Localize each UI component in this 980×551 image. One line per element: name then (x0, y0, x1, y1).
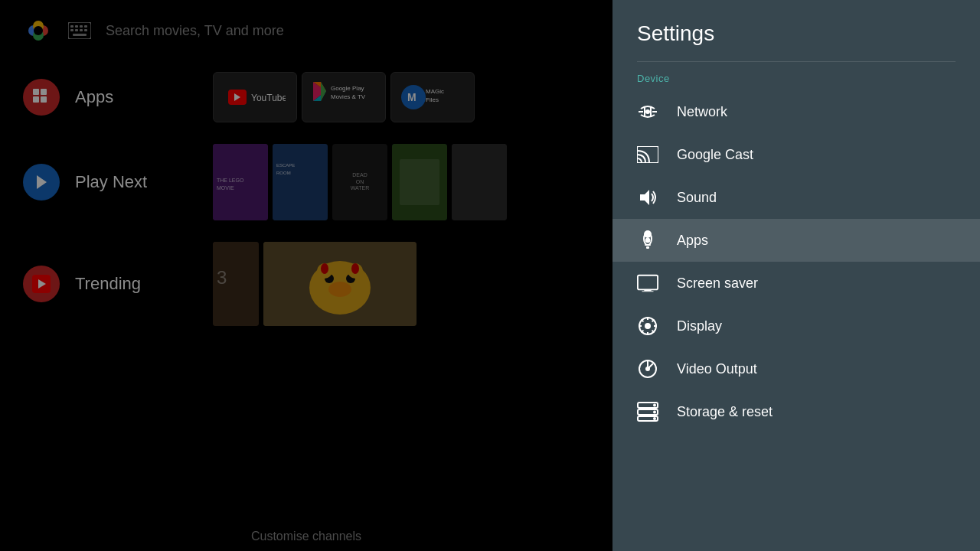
svg-marker-57 (640, 190, 649, 205)
svg-text:MOVIE: MOVIE (217, 185, 234, 191)
svg-text:ESCAPE: ESCAPE (276, 163, 295, 168)
apps-settings-label: Apps (677, 233, 708, 249)
screen-saver-icon (637, 272, 658, 294)
settings-item-google-cast[interactable]: Google Cast (612, 133, 980, 176)
svg-point-50 (328, 282, 351, 297)
settings-item-storage-reset[interactable]: Storage & reset (612, 390, 980, 433)
settings-item-display[interactable]: Display (612, 305, 980, 347)
apps-section-label: Apps (75, 87, 198, 107)
settings-item-apps[interactable]: Apps (612, 219, 980, 262)
svg-rect-65 (644, 289, 651, 291)
video-output-label: Video Output (677, 361, 757, 377)
svg-rect-6 (70, 25, 74, 28)
apps-section-icon[interactable] (23, 79, 60, 116)
svg-rect-9 (84, 25, 87, 28)
cast-icon (637, 144, 658, 165)
storage-reset-label: Storage & reset (677, 404, 773, 420)
svg-point-80 (653, 404, 656, 407)
sound-label: Sound (677, 190, 717, 206)
svg-text:YouTube: YouTube (251, 93, 286, 103)
settings-title: Settings (637, 21, 956, 46)
google-assistant-icon[interactable] (23, 15, 54, 46)
network-icon (637, 101, 658, 122)
search-placeholder: Search movies, TV and more (106, 23, 590, 39)
customise-channels-button[interactable]: Customise channels (251, 530, 361, 543)
svg-text:THE LEGO: THE LEGO (217, 178, 244, 183)
video-output-icon (637, 358, 658, 380)
apps-tiles-container: YouTube Google Play Movies & TV M (213, 72, 475, 122)
play-next-section-label: Play Next (75, 172, 198, 192)
svg-rect-17 (33, 96, 39, 103)
svg-point-54 (351, 263, 359, 274)
apps-section: Apps YouTube Google Play Movies & TV (0, 61, 612, 133)
settings-panel: Settings Device Network (612, 0, 980, 551)
svg-point-4 (34, 26, 43, 35)
settings-item-sound[interactable]: Sound (612, 176, 980, 219)
svg-point-55 (645, 109, 650, 114)
svg-rect-8 (80, 25, 83, 28)
trending-tile-small[interactable]: 3 (213, 242, 259, 326)
movie-tile-2[interactable]: ESCAPE ROOM (273, 144, 328, 220)
network-label: Network (677, 104, 727, 120)
settings-item-video-output[interactable]: Video Output (612, 347, 980, 390)
svg-rect-16 (41, 89, 47, 95)
google-cast-label: Google Cast (677, 147, 753, 163)
svg-point-53 (321, 263, 328, 274)
svg-rect-62 (645, 244, 651, 246)
svg-rect-63 (646, 246, 649, 249)
svg-text:3: 3 (217, 267, 227, 288)
svg-rect-12 (80, 29, 83, 31)
screen-saver-label: Screen saver (677, 276, 758, 292)
svg-point-68 (645, 323, 651, 329)
svg-rect-11 (75, 29, 78, 31)
svg-rect-18 (41, 96, 47, 103)
trending-tiles-container: 3 (213, 242, 416, 326)
svg-rect-36 (273, 144, 328, 220)
search-bar[interactable]: Search movies, TV and more (0, 0, 612, 61)
svg-rect-40 (400, 159, 439, 205)
movie-tile-5[interactable] (452, 144, 507, 220)
svg-marker-32 (37, 175, 47, 189)
trending-section-icon[interactable] (23, 266, 60, 302)
trending-section-label: Trending (75, 274, 198, 294)
svg-text:Movies & TV: Movies & TV (331, 93, 366, 100)
youtube-app-tile[interactable]: YouTube (213, 72, 297, 122)
movie-tile-3[interactable]: DEADONWATER (332, 144, 387, 220)
svg-rect-66 (642, 291, 654, 292)
display-icon (637, 315, 658, 337)
display-label: Display (677, 318, 722, 334)
svg-rect-64 (638, 276, 658, 290)
svg-rect-10 (70, 29, 74, 31)
magic-files-app-tile[interactable]: M MAGic Files (390, 72, 475, 122)
apps-settings-icon (637, 230, 658, 251)
settings-header: Settings (612, 0, 980, 61)
trending-section: Trending 3 (0, 231, 612, 337)
svg-point-84 (653, 417, 656, 420)
svg-rect-13 (84, 29, 87, 31)
svg-text:M: M (407, 91, 416, 103)
trending-tile-main[interactable] (263, 242, 416, 326)
svg-point-78 (645, 367, 650, 371)
svg-text:MAGic: MAGic (426, 88, 444, 95)
customise-bar: Customise channels (0, 522, 612, 551)
storage-icon (637, 401, 658, 422)
svg-text:Google Play: Google Play (331, 85, 364, 92)
settings-item-network[interactable]: Network (612, 90, 980, 133)
movie-tile-4[interactable] (392, 144, 447, 220)
play-next-section: Play Next THE LEGO MOVIE ESCAPE ROOM (0, 133, 612, 231)
svg-text:ROOM: ROOM (276, 171, 291, 175)
svg-rect-41 (452, 144, 507, 220)
sound-icon (637, 187, 658, 208)
svg-point-82 (653, 411, 656, 414)
svg-rect-7 (75, 25, 78, 28)
settings-list: Device Network (612, 62, 980, 551)
svg-marker-25 (321, 82, 326, 101)
settings-section-device-label: Device (612, 62, 980, 90)
play-next-section-icon[interactable] (23, 164, 60, 201)
google-play-app-tile[interactable]: Google Play Movies & TV (302, 72, 386, 122)
left-panel: Search movies, TV and more Apps YouTube (0, 0, 612, 551)
movie-tile-1[interactable]: THE LEGO MOVIE (213, 144, 268, 220)
keyboard-icon[interactable] (66, 17, 93, 44)
settings-item-screen-saver[interactable]: Screen saver (612, 262, 980, 305)
svg-rect-15 (33, 89, 39, 95)
